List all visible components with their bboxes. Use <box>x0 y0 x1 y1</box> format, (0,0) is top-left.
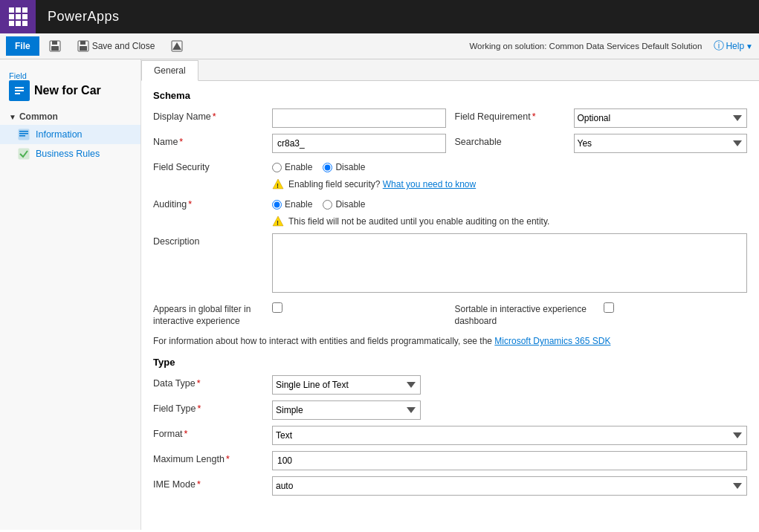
svg-rect-4 <box>80 41 85 45</box>
schema-section-title: Schema <box>153 90 747 101</box>
common-label: Common <box>19 111 58 122</box>
description-input[interactable] <box>272 233 747 293</box>
field-security-warning-row: ! Enabling field security? What you need… <box>153 178 747 190</box>
file-button[interactable]: File <box>6 36 39 56</box>
field-icon <box>13 85 25 97</box>
entity-icon <box>9 80 30 101</box>
field-type-row: Field Type* Simple Calculated Rollup <box>153 400 747 420</box>
sortable-label: Sortable in interactive experience dashb… <box>455 301 604 327</box>
data-type-select[interactable]: Single Line of Text Whole Number Decimal… <box>272 375 421 395</box>
sidebar-item-information[interactable]: Information <box>0 125 141 144</box>
display-name-input[interactable] <box>272 108 446 128</box>
help-button[interactable]: ⓘ Help ▼ <box>714 39 753 53</box>
save-icon <box>49 40 61 52</box>
save-close-icon <box>77 40 89 52</box>
dynamics-sdk-link[interactable]: Microsoft Dynamics 365 SDK <box>494 336 610 346</box>
format-label: Format* <box>153 426 272 439</box>
description-row: Description <box>153 233 747 295</box>
auditing-enable-radio[interactable] <box>272 200 282 210</box>
save-close-button[interactable]: Save and Close <box>71 36 162 56</box>
waffle-button[interactable] <box>0 0 36 33</box>
information-label: Information <box>36 129 83 140</box>
field-security-row: Field Security Enable Disable <box>153 159 747 172</box>
auditing-enable-label[interactable]: Enable <box>272 199 312 210</box>
content-area: General Schema Display Name* <box>141 59 759 530</box>
data-type-label: Data Type* <box>153 375 272 389</box>
svg-marker-7 <box>172 42 181 50</box>
svg-rect-14 <box>19 135 25 137</box>
display-name-row: Display Name* Field Requirement* <box>153 108 747 134</box>
business-rules-label: Business Rules <box>36 149 100 159</box>
help-dropdown-icon: ▼ <box>746 42 753 51</box>
help-circle-icon: ⓘ <box>714 39 724 53</box>
working-solution-bar: Working on solution: Common Data Service… <box>469 39 702 53</box>
waffle-icon <box>9 7 28 26</box>
save-close-label: Save and Close <box>92 41 155 51</box>
field-security-enable-radio[interactable] <box>272 163 282 172</box>
ime-mode-select[interactable]: auto active inactive disabled <box>272 476 747 496</box>
field-security-disable-radio[interactable] <box>323 163 332 172</box>
field-security-radio-group: Enable Disable <box>272 159 747 172</box>
field-security-link[interactable]: What you need to know <box>383 179 476 189</box>
format-select[interactable]: Text Email URL Phone <box>272 426 747 445</box>
auditing-radio-group: Enable Disable <box>272 196 747 210</box>
description-label: Description <box>153 233 272 247</box>
auditing-warning-icon: ! <box>272 215 284 227</box>
sidebar: Field New for Car ▼ Common <box>0 59 141 530</box>
field-type-label: Field Type* <box>153 400 272 414</box>
info-link-row: For information about how to interact wi… <box>153 333 747 354</box>
checkbox-row: Appears in global filter in interactive … <box>153 301 747 327</box>
auditing-disable-radio[interactable] <box>323 200 332 210</box>
ime-mode-label: IME Mode* <box>153 476 272 490</box>
svg-rect-9 <box>15 90 24 91</box>
form-body: Schema Display Name* <box>141 81 759 510</box>
common-section-header: ▼ Common <box>0 106 141 125</box>
information-icon <box>18 129 30 140</box>
tabs-bar: General <box>141 59 759 81</box>
field-type-select[interactable]: Simple Calculated Rollup <box>272 400 421 420</box>
max-length-input[interactable] <box>272 451 747 470</box>
data-type-row: Data Type* Single Line of Text Whole Num… <box>153 375 747 395</box>
searchable-label: Searchable <box>455 134 574 147</box>
svg-rect-10 <box>15 93 20 94</box>
searchable-select[interactable]: Yes No <box>574 134 748 153</box>
svg-text:!: ! <box>277 219 279 227</box>
entity-name: New for Car <box>34 84 101 97</box>
appears-filter-label: Appears in global filter in interactive … <box>153 301 272 327</box>
svg-rect-8 <box>15 87 24 88</box>
name-label: Name* <box>153 134 272 147</box>
publish-button[interactable] <box>164 36 190 56</box>
field-security-label: Field Security <box>153 159 272 172</box>
field-security-disable-label[interactable]: Disable <box>323 162 365 172</box>
auditing-label: Auditing* <box>153 196 272 210</box>
field-requirement-select[interactable]: Optional Business Recommended Business R… <box>574 108 748 128</box>
warning-icon: ! <box>272 178 284 190</box>
sidebar-item-business-rules[interactable]: Business Rules <box>0 144 141 163</box>
auditing-warning-row: ! This field will not be audited until y… <box>153 215 747 227</box>
toolbar: File Save and Close <box>0 33 759 59</box>
svg-rect-2 <box>51 46 59 51</box>
sortable-checkbox[interactable] <box>604 302 614 313</box>
field-security-warning-text: Enabling field security? What you need t… <box>288 179 476 189</box>
svg-rect-5 <box>80 46 87 51</box>
help-label: Help <box>726 41 744 51</box>
appears-filter-checkbox[interactable] <box>272 302 282 313</box>
business-rules-icon <box>18 148 30 160</box>
ime-mode-row: IME Mode* auto active inactive disabled <box>153 476 747 496</box>
auditing-disable-label[interactable]: Disable <box>323 199 365 210</box>
field-requirement-label: Field Requirement* <box>455 108 574 122</box>
auditing-row: Auditing* Enable Disable <box>153 196 747 210</box>
type-section-title: Type <box>153 357 747 368</box>
svg-rect-13 <box>19 133 28 134</box>
entity-header: Field New for Car <box>0 67 141 106</box>
svg-text:!: ! <box>277 182 279 189</box>
save-button[interactable] <box>42 36 68 56</box>
app-title: PowerApps <box>36 9 132 25</box>
name-input[interactable] <box>272 134 446 153</box>
auditing-warning-text: This field will not be audited until you… <box>288 216 549 227</box>
section-toggle-icon: ▼ <box>9 113 16 121</box>
field-security-enable-label[interactable]: Enable <box>272 162 312 172</box>
format-row: Format* Text Email URL Phone <box>153 426 747 445</box>
tab-general[interactable]: General <box>141 60 198 81</box>
max-length-row: Maximum Length* <box>153 451 747 470</box>
